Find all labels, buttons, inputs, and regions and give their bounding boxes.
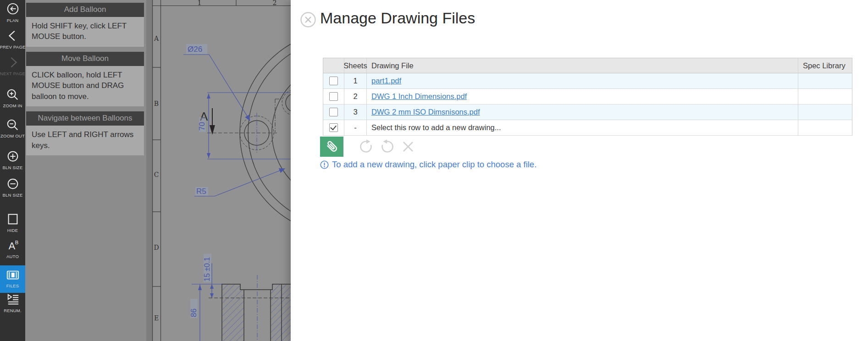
help-title: Move Balloon	[26, 52, 144, 66]
help-section-navigate-balloons: Navigate between Balloons Use LEFT and R…	[26, 111, 144, 155]
attach-file-button[interactable]	[320, 137, 343, 157]
svg-text:2: 2	[273, 0, 277, 6]
sidebar-item-bln-size-up[interactable]: BLN SIZE	[0, 150, 25, 174]
spec-library-cell	[798, 73, 852, 88]
circle-minus-icon	[6, 177, 20, 191]
sidebar-item-hide[interactable]: HIDE	[0, 213, 25, 236]
sidebar-item-zoom-out[interactable]: ZOOM OUT	[0, 118, 25, 142]
drawing-file-link[interactable]: DWG 1 Inch Dimensions.pdf	[371, 92, 467, 101]
header-select-column	[323, 58, 344, 73]
table-row[interactable]: 3 DWG 2 mm ISO Dimsnisons.pdf	[323, 104, 852, 120]
svg-text:R5: R5	[196, 187, 206, 196]
svg-text:D: D	[154, 244, 159, 251]
help-title: Navigate between Balloons	[26, 111, 144, 126]
magnifier-plus-icon	[6, 88, 20, 102]
spec-library-cell	[798, 104, 852, 120]
undo-icon[interactable]	[380, 139, 395, 154]
back-circle-icon	[6, 3, 20, 16]
svg-text:B: B	[154, 100, 159, 107]
sheet-number: 1	[344, 73, 367, 88]
sidebar-item-zoom-in[interactable]: ZOOM IN	[0, 88, 25, 112]
svg-text:86: 86	[189, 308, 198, 317]
svg-text:B: B	[15, 240, 18, 245]
svg-text:A: A	[8, 240, 15, 252]
sidebar-item-auto[interactable]: A B AUTO	[0, 239, 25, 263]
svg-text:A: A	[154, 35, 159, 42]
table-header-row: Sheets Drawing File Spec Library	[323, 58, 852, 73]
row-checkbox[interactable]	[329, 77, 338, 85]
help-section-move-balloon: Move Balloon CLICK balloon, hold LEFT MO…	[26, 52, 144, 106]
delete-x-icon[interactable]	[401, 139, 415, 154]
sidebar-item-bln-size-down[interactable]: BLN SIZE	[0, 177, 25, 201]
sidebar-item-next-page[interactable]: NEXT PAGE	[0, 56, 25, 80]
sheet-edge	[146, 0, 152, 341]
row-checkbox[interactable]	[329, 92, 338, 101]
sidebar-item-plan[interactable]: PLAN	[0, 3, 25, 27]
table-row-add-new[interactable]: - Select this row to add a new drawing..…	[323, 120, 852, 136]
renumber-icon	[6, 293, 20, 307]
square-icon	[6, 213, 20, 226]
svg-text:Ø26: Ø26	[188, 45, 202, 54]
paperclip-icon	[324, 139, 340, 154]
header-drawing-file: Drawing File	[367, 58, 798, 73]
help-title: Add Balloon	[26, 3, 144, 17]
help-section-add-balloon: Add Balloon Hold SHIFT key, click LEFT M…	[26, 3, 144, 47]
sheet-number: 2	[344, 89, 367, 104]
chevron-left-icon	[6, 29, 20, 43]
info-message: To add a new drawing, click paper clip t…	[320, 160, 536, 170]
balloon-help-panel: Add Balloon Hold SHIFT key, click LEFT M…	[26, 3, 144, 160]
sidebar-item-renum[interactable]: RENUM.	[0, 293, 25, 317]
auto-ab-icon: A B	[6, 239, 20, 253]
spec-library-cell	[798, 120, 852, 135]
svg-text:1: 1	[198, 0, 202, 6]
chevron-right-icon	[6, 56, 20, 70]
help-body: Use LEFT and RIGHT arrows keys.	[26, 126, 144, 155]
exclamation-circle-icon	[320, 160, 329, 169]
sheet-number: 3	[344, 104, 367, 120]
dialog-title: Manage Drawing Files	[320, 9, 475, 27]
info-message-text: To add a new drawing, click paper clip t…	[332, 160, 536, 170]
sidebar-item-prev-page[interactable]: PREV PAGE	[0, 29, 25, 53]
row-checkbox[interactable]	[329, 123, 338, 132]
help-body: CLICK balloon, hold LEFT MOUSE button an…	[26, 66, 144, 106]
drawing-files-table: Sheets Drawing File Spec Library 1 part1…	[323, 58, 852, 136]
svg-text:15 ±0.1: 15 ±0.1	[203, 257, 211, 281]
manage-drawing-files-dialog: Manage Drawing Files Sheets Drawing File…	[291, 0, 868, 341]
help-body: Hold SHIFT key, click LEFT MOUSE button.	[26, 17, 144, 47]
drawing-file-link[interactable]: part1.pdf	[371, 77, 401, 85]
film-icon	[6, 268, 20, 282]
table-row[interactable]: 2 DWG 1 Inch Dimensions.pdf	[323, 89, 852, 104]
header-spec-library: Spec Library	[798, 58, 852, 73]
close-icon[interactable]	[300, 12, 316, 28]
add-new-drawing-text: Select this row to add a new drawing...	[367, 120, 798, 135]
circle-plus-icon	[6, 150, 20, 164]
drawing-canvas-area: 1 2 A B C D E A	[25, 0, 291, 341]
sheet-number: -	[344, 120, 367, 135]
spec-library-cell	[798, 89, 852, 104]
svg-text:C: C	[154, 171, 159, 178]
toolbar-sidebar: PLAN PREV PAGE NEXT PAGE ZOOM IN ZOOM OU…	[0, 0, 25, 341]
header-sheets: Sheets	[344, 58, 367, 73]
drawing-file-link[interactable]: DWG 2 mm ISO Dimsnisons.pdf	[371, 108, 480, 116]
sidebar-item-files[interactable]: FILES	[0, 265, 25, 293]
row-checkbox[interactable]	[329, 108, 338, 116]
svg-text:E: E	[154, 314, 159, 322]
redo-icon[interactable]	[359, 139, 373, 154]
svg-text:70: 70	[198, 122, 206, 131]
table-row[interactable]: 1 part1.pdf	[323, 73, 852, 89]
magnifier-minus-icon	[6, 118, 20, 132]
